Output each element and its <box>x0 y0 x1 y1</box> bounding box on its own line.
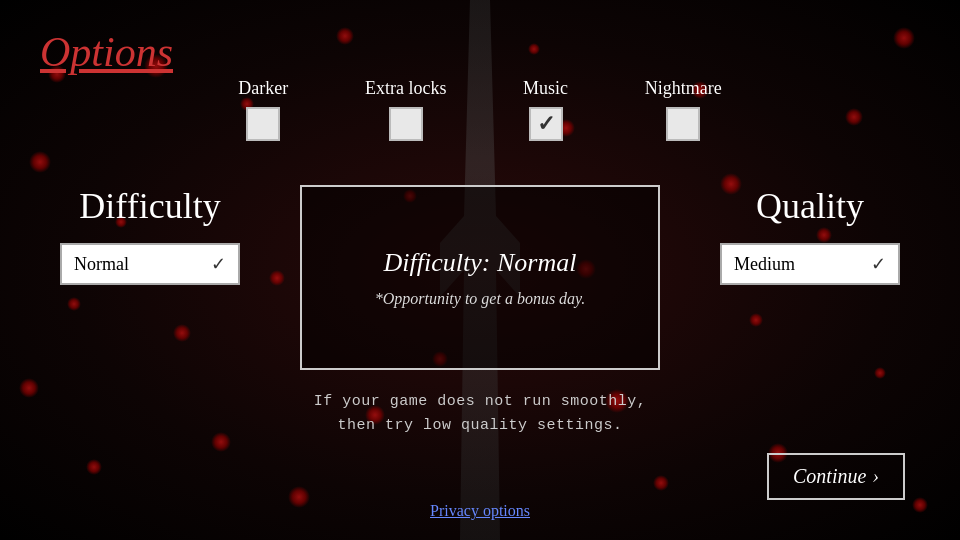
difficulty-section: Difficulty Normal ✓ <box>40 185 260 285</box>
nightmare-checkbox[interactable] <box>666 107 700 141</box>
difficulty-info-box: Difficulty: Normal *Opportunity to get a… <box>300 185 660 370</box>
continue-button[interactable]: Continue › <box>767 453 905 500</box>
continue-arrow-icon: › <box>872 465 879 488</box>
page-title: Options <box>40 28 173 76</box>
darker-label: Darker <box>238 78 288 99</box>
difficulty-info-desc: *Opportunity to get a bonus day. <box>375 290 586 308</box>
checkbox-music: Music <box>523 78 568 141</box>
continue-label: Continue <box>793 465 866 488</box>
extra-locks-label: Extra locks <box>365 78 446 99</box>
difficulty-selected: Normal <box>74 254 129 275</box>
difficulty-dropdown[interactable]: Normal ✓ <box>60 243 240 285</box>
quality-dropdown[interactable]: Medium ✓ <box>720 243 900 285</box>
difficulty-title: Difficulty <box>79 185 220 227</box>
main-content: Options Darker Extra locks Music Nightma… <box>0 0 960 540</box>
quality-hint-line2: then try low quality settings. <box>280 414 680 438</box>
quality-section: Quality Medium ✓ <box>700 185 920 285</box>
quality-dropdown-arrow: ✓ <box>871 253 886 275</box>
music-label: Music <box>523 78 568 99</box>
checkbox-darker: Darker <box>238 78 288 141</box>
darker-checkbox[interactable] <box>246 107 280 141</box>
quality-hint: If your game does not run smoothly, then… <box>280 390 680 438</box>
privacy-options-link[interactable]: Privacy options <box>430 502 530 520</box>
nightmare-label: Nightmare <box>645 78 722 99</box>
extra-locks-checkbox[interactable] <box>389 107 423 141</box>
quality-title: Quality <box>756 185 864 227</box>
quality-hint-line1: If your game does not run smoothly, <box>280 390 680 414</box>
difficulty-dropdown-arrow: ✓ <box>211 253 226 275</box>
quality-selected: Medium <box>734 254 795 275</box>
checkbox-extra-locks: Extra locks <box>365 78 446 141</box>
checkboxes-row: Darker Extra locks Music Nightmare <box>200 78 760 141</box>
checkbox-nightmare: Nightmare <box>645 78 722 141</box>
difficulty-info-title: Difficulty: Normal <box>384 248 577 278</box>
music-checkbox[interactable] <box>529 107 563 141</box>
